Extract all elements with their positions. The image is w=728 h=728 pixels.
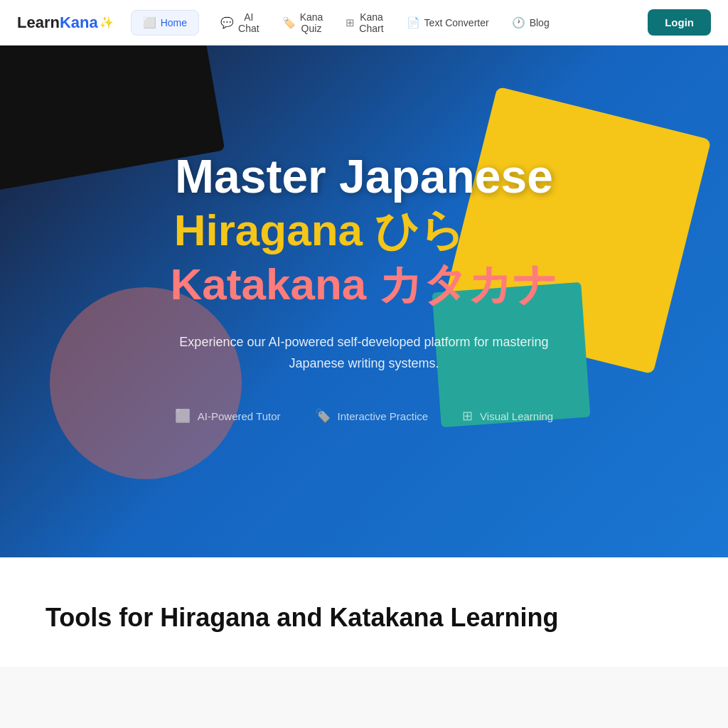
- ai-tutor-label: AI-Powered Tutor: [198, 410, 281, 422]
- hero-hiragana: Hiragana ひらがな: [165, 205, 563, 255]
- hero-content: Master Japanese Hiragana ひらがな Katakana カ…: [136, 151, 592, 424]
- interactive-practice-label: Interactive Practice: [338, 410, 429, 422]
- nav-item-kana-quiz[interactable]: 🏷️ KanaQuiz: [272, 6, 333, 40]
- logo-star-icon: ✨: [100, 16, 114, 29]
- text-converter-icon: 📄: [407, 16, 420, 29]
- nav-item-kana-chart[interactable]: ⊞ KanaChart: [336, 6, 393, 40]
- ai-tutor-icon: ⬜: [175, 408, 191, 424]
- kana-chart-icon: ⊞: [346, 16, 355, 29]
- blog-icon: 🕐: [512, 16, 525, 29]
- navbar: Learn Kana ✨ ⬜ Home 💬 AIChat 🏷️ KanaQuiz…: [0, 0, 728, 46]
- visual-learning-label: Visual Learning: [480, 410, 553, 422]
- ai-chat-icon: 💬: [220, 16, 234, 29]
- kana-quiz-icon: 🏷️: [282, 16, 296, 29]
- text-converter-label: Text Converter: [424, 17, 489, 28]
- home-button[interactable]: ⬜ Home: [131, 10, 199, 36]
- visual-learning-icon: ⊞: [462, 408, 473, 424]
- blog-label: Blog: [530, 17, 550, 28]
- logo-kana: Kana: [60, 14, 98, 32]
- nav-item-text-converter[interactable]: 📄 Text Converter: [397, 11, 499, 35]
- tools-section: Tools for Hiragana and Katakana Learning: [0, 557, 728, 667]
- nav-item-ai-chat[interactable]: 💬 AIChat: [210, 6, 269, 40]
- kana-chart-label: KanaChart: [359, 11, 383, 34]
- logo[interactable]: Learn Kana ✨: [17, 14, 114, 32]
- nav-item-blog[interactable]: 🕐 Blog: [502, 11, 560, 35]
- hero-section: Master Japanese Hiragana ひらがな Katakana カ…: [0, 46, 728, 557]
- feature-ai-tutor: ⬜ AI-Powered Tutor: [175, 408, 281, 424]
- hero-title: Master Japanese: [165, 151, 563, 203]
- feature-interactive-practice: 🏷️ Interactive Practice: [315, 408, 429, 424]
- interactive-practice-icon: 🏷️: [315, 408, 331, 424]
- ai-chat-label: AIChat: [238, 11, 259, 34]
- login-button[interactable]: Login: [648, 9, 711, 36]
- home-icon: ⬜: [143, 16, 156, 29]
- tools-title: Tools for Hiragana and Katakana Learning: [46, 603, 682, 633]
- home-label: Home: [161, 17, 187, 28]
- nav-items: 💬 AIChat 🏷️ KanaQuiz ⊞ KanaChart 📄 Text …: [210, 6, 642, 40]
- hero-features: ⬜ AI-Powered Tutor 🏷️ Interactive Practi…: [165, 408, 563, 424]
- logo-learn: Learn: [17, 14, 60, 32]
- hero-subtitle: Experience our AI-powered self-developed…: [165, 332, 563, 374]
- feature-visual-learning: ⊞ Visual Learning: [462, 408, 553, 424]
- hero-katakana: Katakana カタカナ: [165, 259, 563, 309]
- kana-quiz-label: KanaQuiz: [300, 11, 323, 34]
